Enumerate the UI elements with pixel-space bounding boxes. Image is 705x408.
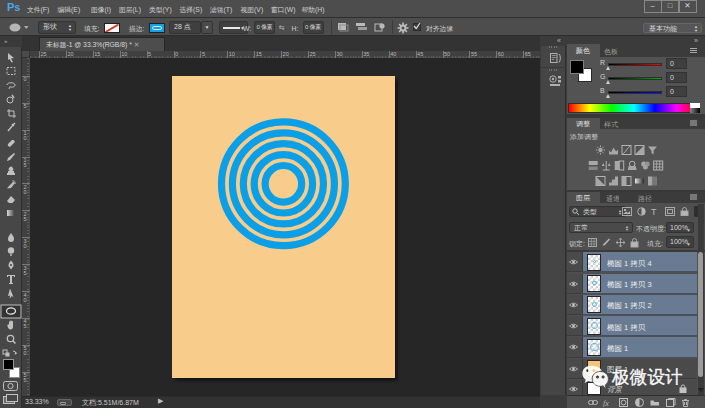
svg-text:fx: fx [603,399,609,408]
svg-text:T: T [651,207,657,217]
